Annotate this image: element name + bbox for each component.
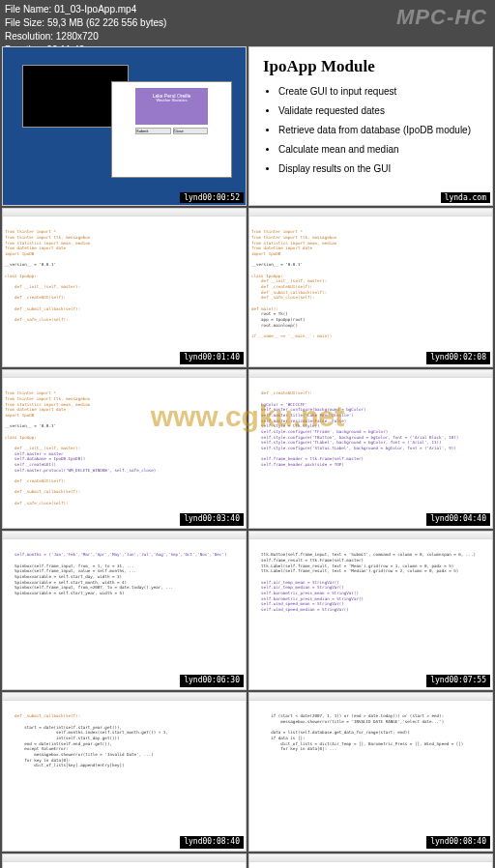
thumb-code-8[interactable]: if (start < date(2007, 1, 1)) or (end > … (248, 692, 493, 852)
code-line: def __init__(self, master): (5, 284, 80, 289)
code-line: def _safe_close(self): (251, 295, 315, 300)
code-line: def main(): (251, 306, 278, 311)
code-line: start = date(int(self.start_year.get()),… (5, 725, 168, 768)
filename-label: File Name: (5, 4, 54, 14)
list-item: Retrieve data from database (IpoDB modul… (278, 125, 479, 135)
code-line: self.master = master self.database = Ipo… (5, 451, 156, 473)
thumb-watermark: lynd00:02:08 (426, 352, 490, 364)
editor-titlebar (249, 532, 492, 539)
resolution-value: 1280x720 (56, 31, 99, 42)
thumb-watermark: lynd00:07:55 (426, 675, 490, 687)
list-item: Display results on the GUI (278, 163, 479, 174)
code-line: def _submit_callback(self): (5, 713, 80, 718)
code-line: self.air_temp_mean = StringVar() self.ai… (251, 580, 364, 612)
code-line: def _createGUI(self): (5, 295, 66, 300)
filesize-label: File Size: (5, 17, 47, 28)
code-line: self.months = ('Jan','Feb','Mar','Apr','… (5, 552, 226, 557)
close-button[interactable]: Close (173, 128, 209, 134)
code-line: if (start < date(2007, 1, 1)) or (end > … (251, 713, 444, 724)
editor-titlebar (249, 370, 492, 378)
app-header: Lake Pend Oreille Weather Statistics (135, 88, 208, 125)
thumb-watermark: lynd00:01:40 (180, 352, 244, 364)
thumb-code-9[interactable]: dict_of_lists = dict(Air_Temp = [], Baro… (2, 854, 247, 868)
filename-value: 01_03-IpoApp.mp4 (54, 4, 136, 14)
thumb-code-5[interactable]: self.months = ('Jan','Feb','Mar','Apr','… (2, 531, 247, 690)
editor-titlebar (3, 693, 246, 701)
code-line: __version__ = '0.0.1' (5, 423, 56, 428)
thumb-code-2[interactable]: from tkinter import * from tkinter impor… (248, 208, 493, 367)
list-item: Create GUI to input request (278, 86, 479, 97)
app-subtitle: Weather Statistics (135, 99, 208, 103)
thumbnail-grid: Lake Pend Oreille Weather Statistics Sub… (2, 46, 493, 868)
app-window: Lake Pend Oreille Weather Statistics Sub… (111, 81, 232, 178)
code-line: def __init__(self, master): (251, 278, 327, 283)
thumb-module-slide[interactable]: IpoApp Module Create GUI to input reques… (248, 46, 493, 206)
resolution-label: Resolution: (5, 31, 56, 42)
code-line: def _createGUI(self): (251, 391, 312, 395)
code-line: data = list(self.database.get_data_for_r… (251, 730, 463, 751)
thumb-watermark: lynd00:06:30 (180, 675, 244, 687)
thumb-code-4[interactable]: def _createGUI(self): bgColor = '#CCCCFF… (248, 369, 493, 529)
code-line: class IpoApp: (251, 274, 283, 278)
code-line: root = Tk() app = IpoApp(root) root.main… (251, 311, 305, 327)
thumb-watermark: lynd00:04:40 (426, 513, 490, 526)
code-line: def _submit_callback(self): (5, 306, 80, 311)
code-line: def _submit_callback(self): (251, 290, 327, 295)
module-bullet-list: Create GUI to input request Validate req… (278, 86, 479, 174)
thumb-code-6[interactable]: ttk.Button(self.frame_input, text = 'Sub… (248, 531, 493, 690)
thumb-code-7[interactable]: def _submit_callback(self): start = date… (2, 692, 247, 852)
code-line: __version__ = '0.0.1' (5, 262, 56, 267)
editor-titlebar (3, 209, 246, 217)
editor-titlebar (3, 370, 246, 378)
filesize-value: 59,3 MB (62 226 556 bytes) (47, 17, 166, 28)
code-line: ttk.Button(self.frame_input, text = 'Sub… (251, 552, 476, 573)
thumb-code-10[interactable]: dict_of_lists = dict(Air_Temp = [], Baro… (248, 854, 493, 868)
code-line: class IpoApp: (5, 435, 37, 440)
code-line: def _safe_close(self): (5, 317, 69, 322)
button-row: Submit Close (135, 128, 208, 134)
thumb-watermark: lynd00:08:40 (426, 836, 490, 849)
module-heading: IpoApp Module (263, 57, 479, 76)
editor-titlebar (249, 693, 492, 701)
code-line: class IpoApp: (5, 274, 37, 278)
list-item: Validate requested dates (278, 105, 479, 116)
thumb-watermark: lynd00:08:40 (180, 836, 244, 849)
code-line: if __name__ == '__main__': main() (251, 333, 332, 338)
thumb-code-1[interactable]: from tkinter import * from tkinter impor… (2, 208, 247, 367)
thumb-code-3[interactable]: from tkinter import * from tkinter impor… (2, 369, 247, 529)
editor-titlebar (249, 209, 492, 217)
code-line: bgColor = '#CCCCFF' self.master.configur… (251, 402, 458, 450)
editor-titlebar (3, 854, 246, 862)
thumb-watermark: lynd00:00:52 (180, 192, 244, 203)
submit-button[interactable]: Submit (135, 128, 171, 134)
code-line: from tkinter import * from tkinter impor… (5, 391, 90, 418)
code-line: self.frame_header = ttk.Frame(self.maste… (251, 456, 364, 467)
code-line: __version__ = '0.0.1' (251, 262, 303, 267)
thumb-watermark: lynd00:03:40 (180, 513, 244, 526)
code-line: def _createGUI(self): (251, 284, 312, 289)
thumb-desktop[interactable]: Lake Pend Oreille Weather Statistics Sub… (2, 46, 247, 206)
code-line: def _submit_callback(self): (5, 489, 80, 494)
code-line: Spinbox(self.frame_input, from_ = 1, to … (5, 564, 173, 595)
player-logo: MPC-HC (396, 5, 487, 30)
editor-titlebar (3, 532, 246, 539)
editor-titlebar (249, 854, 492, 862)
list-item: Calculate mean and median (278, 144, 479, 155)
code-line: def _createGUI(self): (5, 478, 66, 483)
code-line: def __init__(self, master): (5, 446, 80, 450)
thumb-watermark: lynda.com (441, 192, 490, 203)
code-line: from tkinter import * from tkinter impor… (5, 229, 90, 256)
code-line: def _safe_close(self): (5, 501, 69, 506)
code-line: from tkinter import * from tkinter impor… (251, 229, 336, 256)
